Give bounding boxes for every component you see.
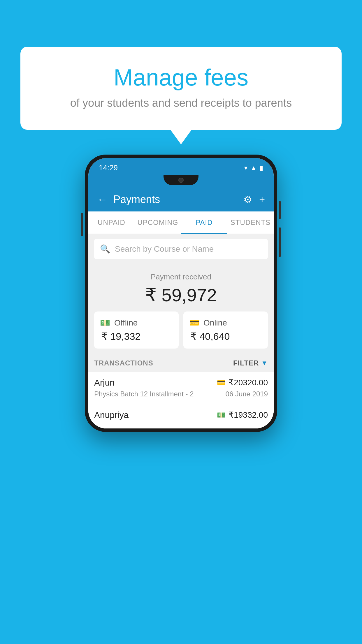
content-area: 🔍 Search by Course or Name Payment recei… [88,239,274,428]
filter-button[interactable]: FILTER ▼ [233,359,268,367]
transactions-label: TRANSACTIONS [94,359,153,367]
side-button-right-bottom [279,228,281,257]
status-icons: ▾ ▲ ▮ [244,164,263,172]
add-icon[interactable]: + [259,194,265,205]
payment-cards: 💵 Offline ₹ 19,332 💳 Online ₹ 40,640 [88,312,274,354]
transaction-name: Arjun [94,378,115,388]
side-button-right-top [279,201,281,219]
wifi-icon: ▾ [244,164,247,172]
status-time: 14:29 [99,163,118,172]
tab-upcoming[interactable]: UPCOMING [135,211,181,234]
transaction-row-top: Anupriya 💵 ₹19332.00 [94,410,268,420]
transactions-list: Arjun 💳 ₹20320.00 Physics Batch 12 Insta… [88,372,274,428]
online-label: Online [203,318,227,328]
transaction-amount-wrap: 💵 ₹19332.00 [217,410,268,420]
transaction-amount-wrap: 💳 ₹20320.00 [217,378,268,387]
speech-bubble: Manage fees of your students and send re… [20,47,342,130]
notch-area [88,175,274,188]
bubble-title: Manage fees [44,64,318,91]
status-bar: 14:29 ▾ ▲ ▮ [88,158,274,175]
tabs: UNPAID UPCOMING PAID STUDENTS [88,211,274,234]
transaction-payment-icon: 💳 [217,379,226,387]
side-button-left [81,213,83,236]
online-card: 💳 Online ₹ 40,640 [183,312,268,349]
battery-icon: ▮ [260,164,263,172]
transaction-amount: ₹19332.00 [229,410,268,420]
transactions-header: TRANSACTIONS FILTER ▼ [88,354,274,372]
phone-mockup: 14:29 ▾ ▲ ▮ ← Payments [85,155,277,432]
transaction-row-bottom: Physics Batch 12 Installment - 2 06 June… [94,390,268,398]
signal-icon: ▲ [250,164,257,172]
bubble-subtitle: of your students and send receipts to pa… [44,97,318,109]
transaction-item[interactable]: Anupriya 💵 ₹19332.00 [88,404,274,428]
online-amount: ₹ 40,640 [189,330,262,342]
transaction-course: Physics Batch 12 Installment - 2 [94,390,194,398]
transaction-amount: ₹20320.00 [229,378,268,387]
filter-label: FILTER [233,359,259,367]
transaction-item[interactable]: Arjun 💳 ₹20320.00 Physics Batch 12 Insta… [88,372,274,404]
transaction-name: Anupriya [94,410,129,420]
speech-bubble-container: Manage fees of your students and send re… [20,47,342,130]
settings-icon[interactable]: ⚙ [243,194,252,205]
offline-amount: ₹ 19,332 [100,330,173,342]
tab-unpaid[interactable]: UNPAID [88,211,135,234]
phone-body: 14:29 ▾ ▲ ▮ ← Payments [85,155,277,432]
search-icon: 🔍 [100,244,110,254]
app-bar-title: Payments [113,193,160,206]
notch [164,175,198,185]
payment-summary: Payment received ₹ 59,972 [88,264,274,312]
tab-paid[interactable]: PAID [181,211,227,234]
tab-students[interactable]: STUDENTS [227,211,274,234]
search-input[interactable]: Search by Course or Name [115,244,214,254]
back-button[interactable]: ← [97,193,108,206]
phone-screen: 14:29 ▾ ▲ ▮ ← Payments [88,158,274,428]
offline-card-header: 💵 Offline [100,318,173,328]
filter-icon: ▼ [261,359,268,367]
search-container[interactable]: 🔍 Search by Course or Name [94,239,268,259]
payment-received-amount: ₹ 59,972 [94,284,268,306]
offline-icon: 💵 [100,318,110,328]
transaction-date: 06 June 2019 [226,390,268,398]
transaction-row-top: Arjun 💳 ₹20320.00 [94,378,268,388]
online-icon: 💳 [189,318,199,328]
transaction-payment-icon: 💵 [217,411,226,419]
camera [178,178,184,183]
online-card-header: 💳 Online [189,318,262,328]
app-bar-left: ← Payments [97,193,160,206]
payment-received-label: Payment received [94,272,268,281]
offline-label: Offline [114,318,138,328]
offline-card: 💵 Offline ₹ 19,332 [94,312,179,349]
app-bar: ← Payments ⚙ + [88,188,274,211]
app-bar-right: ⚙ + [243,194,265,205]
